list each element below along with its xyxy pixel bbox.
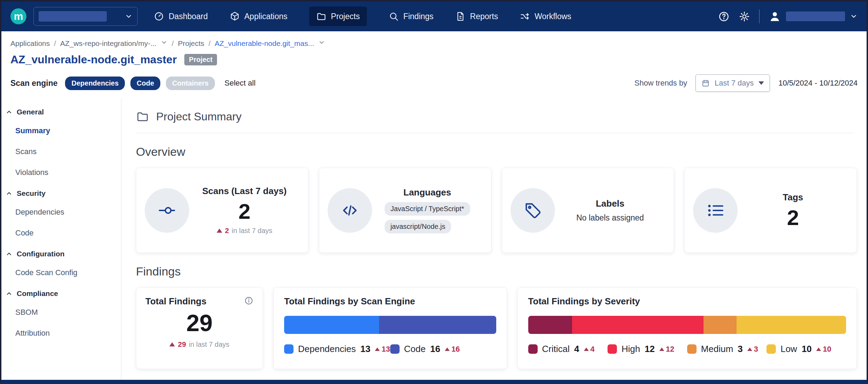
nav-item-findings[interactable]: Findings xyxy=(388,7,434,26)
nav-item-reports[interactable]: Reports xyxy=(455,7,498,26)
sidebar-item-scans[interactable]: Scans xyxy=(1,141,121,162)
labels-empty-text: No labels assigned xyxy=(576,213,644,223)
card-title: Total Findings by Scan Engine xyxy=(284,296,415,306)
sidebar-item-attribution[interactable]: Attribution xyxy=(1,323,121,344)
info-icon[interactable] xyxy=(244,296,254,305)
main-nav: Dashboard Applications Projects Findings… xyxy=(154,7,571,26)
breadcrumb-project-name[interactable]: AZ_vulnerable-node.git_mas... xyxy=(215,39,314,48)
sidebar-section-general[interactable]: General xyxy=(1,102,121,120)
legend-trend: 13 xyxy=(375,345,390,354)
sidebar-item-violations[interactable]: Violations xyxy=(1,162,121,183)
chevron-down-icon xyxy=(125,13,132,20)
app-window: m Dashboard Applications Projec xyxy=(0,0,868,384)
mend-logo[interactable]: m xyxy=(10,8,26,24)
chevron-down-icon[interactable] xyxy=(318,39,325,48)
legend-swatch xyxy=(284,344,294,354)
severity-legend: Critical 4 4 High 12 12 Medium xyxy=(528,344,846,354)
trend-up-icon xyxy=(217,229,222,233)
sidebar-item-sbom[interactable]: SBOM xyxy=(1,302,121,323)
chevron-up-icon xyxy=(6,250,13,257)
select-all-link[interactable]: Select all xyxy=(225,79,256,88)
engine-stacked-bar xyxy=(284,316,496,334)
breadcrumb-application-name[interactable]: AZ_ws-repo-integration/my-... xyxy=(60,39,156,48)
sidebar-item-code-scan-config[interactable]: Code Scan Config xyxy=(1,262,121,283)
legend-trend: 4 xyxy=(584,345,595,354)
pill-dependencies[interactable]: Dependencies xyxy=(65,77,125,90)
trends-range-dropdown[interactable]: Last 7 days xyxy=(696,74,770,92)
sidebar-section-configuration[interactable]: Configuration xyxy=(1,243,121,262)
tags-list-icon xyxy=(693,188,738,233)
nav-item-applications[interactable]: Applications xyxy=(230,7,288,26)
trend-up-icon xyxy=(659,347,664,351)
overview-heading: Overview xyxy=(136,145,857,159)
sidebar-section-compliance[interactable]: Compliance xyxy=(1,283,121,302)
pill-code[interactable]: Code xyxy=(130,77,160,90)
help-button[interactable] xyxy=(718,11,730,22)
nav-item-projects[interactable]: Projects xyxy=(309,7,367,26)
trend-suffix: in last 7 days xyxy=(232,227,272,235)
nav-item-dashboard[interactable]: Dashboard xyxy=(154,7,208,26)
org-selector-dropdown[interactable] xyxy=(33,7,138,26)
top-nav: m Dashboard Applications Projec xyxy=(1,1,867,31)
redacted-org-name xyxy=(39,11,107,22)
total-findings-trend: 29 in last 7 days xyxy=(145,340,254,349)
nav-item-workflows[interactable]: Workflows xyxy=(520,7,571,26)
trend-value: 16 xyxy=(451,345,460,354)
bar-segment-critical[interactable] xyxy=(528,316,572,334)
sidebar-section-security[interactable]: Security xyxy=(1,183,121,202)
trend-value: 2 xyxy=(225,226,229,235)
sidebar-item-code[interactable]: Code xyxy=(1,223,121,243)
chevron-up-icon xyxy=(6,109,13,115)
sidebar-item-summary[interactable]: Summary xyxy=(1,120,121,141)
tags-card: Tags 2 xyxy=(684,168,857,253)
tags-value: 2 xyxy=(787,207,799,229)
trend-up-icon xyxy=(584,347,589,351)
findings-by-severity-card: Total Findings by Severity Critical 4 4 xyxy=(517,287,857,369)
sidebar-section-label: Security xyxy=(17,189,46,198)
legend-item-dependencies: Dependencies 13 13 xyxy=(284,344,390,354)
breadcrumb-applications[interactable]: Applications xyxy=(10,39,50,48)
sidebar-item-dependencies[interactable]: Dependencies xyxy=(1,202,121,223)
language-chip: JavaScript / TypeScript* xyxy=(385,202,470,216)
trend-up-icon xyxy=(375,347,380,351)
legend-trend: 3 xyxy=(747,345,758,354)
breadcrumb-separator: / xyxy=(172,39,174,48)
trend-value: 13 xyxy=(381,345,390,354)
project-type-badge: Project xyxy=(184,54,217,65)
legend-count: 12 xyxy=(645,344,655,354)
scans-value: 2 xyxy=(239,201,250,222)
sidebar-section-label: General xyxy=(17,108,44,116)
card-title: Tags xyxy=(783,192,803,203)
legend-label: High xyxy=(621,344,640,354)
settings-button[interactable] xyxy=(739,11,750,22)
breadcrumb-separator: / xyxy=(208,39,210,48)
legend-count: 16 xyxy=(430,344,440,354)
trend-value: 3 xyxy=(754,345,758,354)
card-title: Total Findings by Severity xyxy=(528,296,640,306)
divider xyxy=(136,133,854,133)
trend-value: 4 xyxy=(590,345,595,354)
user-menu[interactable] xyxy=(769,10,858,23)
card-title: Scans (Last 7 days) xyxy=(202,186,287,197)
legend-trend: 10 xyxy=(816,345,831,354)
bar-segment-high[interactable] xyxy=(572,316,704,334)
calendar-icon xyxy=(701,79,710,87)
show-trends-label: Show trends by xyxy=(634,79,687,88)
project-summary-title: Project Summary xyxy=(156,110,241,123)
bar-segment-medium[interactable] xyxy=(704,316,736,334)
trend-up-icon xyxy=(445,347,450,351)
bar-segment-low[interactable] xyxy=(737,316,846,334)
findings-cards: Total Findings 29 29 in last 7 days Tota… xyxy=(136,287,857,369)
legend-item-high: High 12 12 xyxy=(608,344,687,354)
bar-segment-code[interactable] xyxy=(379,316,496,334)
caret-down-icon xyxy=(758,81,764,85)
breadcrumb-projects[interactable]: Projects xyxy=(178,39,204,48)
legend-swatch xyxy=(528,344,538,354)
bar-segment-dependencies[interactable] xyxy=(284,316,379,334)
legend-label: Critical xyxy=(542,344,570,354)
page-title: AZ_vulnerable-node.git_master xyxy=(10,53,177,66)
gear-icon xyxy=(739,11,750,22)
sidebar: General Summary Scans Violations Securit… xyxy=(1,99,121,380)
chevron-down-icon[interactable] xyxy=(161,39,168,48)
trend-value: 12 xyxy=(666,345,674,354)
